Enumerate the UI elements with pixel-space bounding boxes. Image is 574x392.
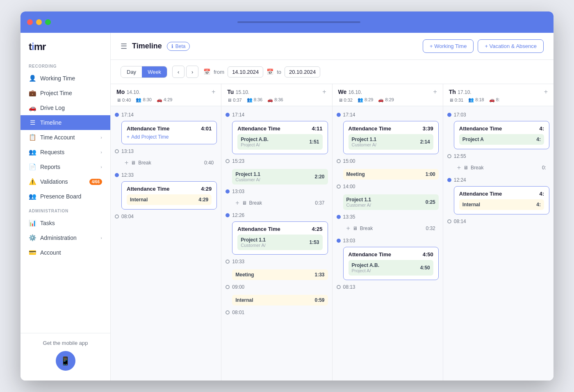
day-col-monday: Mo 14.10. + 🖥 0:40 👥 8:30 🚗 4:29 xyxy=(111,84,221,381)
sub-block-we-2: Project 1.1 Customer A/ 0:25 xyxy=(343,193,439,210)
next-button[interactable]: › xyxy=(186,66,198,78)
stat-screen-tu: 🖥 0:37 xyxy=(227,97,241,103)
project-ab-tu[interactable]: Project A.B. Project A/ 1:51 xyxy=(237,134,322,150)
time-1255-th: 12:55 xyxy=(447,153,549,159)
project-ab-we[interactable]: Project A.B. Project A/ 4:50 xyxy=(348,260,433,276)
project-sub-11-2: Customer A/ xyxy=(241,243,266,248)
stat-screen-we: 🖥 0:32 xyxy=(338,97,353,103)
week-view-button[interactable]: Week xyxy=(142,66,167,77)
sidebar-item-time-account[interactable]: 📋 Time Account › xyxy=(20,130,110,145)
sidebar-label-validations: Validations xyxy=(40,178,68,185)
break-plus-tu[interactable]: + xyxy=(235,199,239,207)
beta-label: Beta xyxy=(175,43,186,49)
sidebar-label-working-time: Working Time xyxy=(40,75,75,82)
day-view-button[interactable]: Day xyxy=(121,66,142,77)
add-monday-button[interactable]: + xyxy=(212,88,215,96)
sidebar-item-presence-board[interactable]: 👥 Presence Board xyxy=(20,189,110,204)
account-icon: 💳 xyxy=(29,249,36,256)
add-tuesday-button[interactable]: + xyxy=(322,88,326,96)
sidebar-label-reports: Reports xyxy=(40,164,60,170)
to-date[interactable]: 20.10.2024 xyxy=(285,66,320,77)
attendance-title-tu-1: Attendance Time xyxy=(237,125,280,132)
break-plus-icon[interactable]: + xyxy=(125,159,128,166)
project-11-tu-1[interactable]: Project 1.1 Customer A/ 2:20 xyxy=(232,169,328,185)
project-meeting-dur-we: 1:00 xyxy=(426,171,435,177)
add-project-link[interactable]: + Add Project Time xyxy=(127,134,212,140)
working-time-button[interactable]: + Working Time xyxy=(423,39,474,53)
report-icon: 📄 xyxy=(29,163,36,171)
prev-button[interactable]: ‹ xyxy=(172,66,184,78)
time-1714-tu: 17:14 xyxy=(226,112,328,118)
project-name-a-th: Project A xyxy=(462,137,484,142)
project-name-11: Project 1.1 xyxy=(235,171,260,177)
sidebar-item-timeline[interactable]: ☰ Timeline xyxy=(20,115,110,130)
beta-badge: ℹ Beta xyxy=(167,42,190,51)
attendance-duration-we-2: 4:50 xyxy=(423,251,433,258)
attendance-card-mo-2[interactable]: Attendance Time 4:29 Internal 4:29 xyxy=(121,181,217,210)
tasks-icon: 📊 xyxy=(29,219,36,227)
time-dot-th-3 xyxy=(447,178,451,182)
project-internal-tu[interactable]: Internal 0:59 xyxy=(232,295,328,305)
time-1226-tu: 12:26 xyxy=(226,212,328,218)
sidebar-item-project-time[interactable]: 💼 Project Time xyxy=(20,86,110,100)
sidebar-item-working-time[interactable]: 👤 Working Time xyxy=(20,71,110,86)
attendance-card-mo-1[interactable]: Attendance Time 4:01 + Add Project Time xyxy=(121,121,217,144)
sidebar-item-reports[interactable]: 📄 Reports › xyxy=(20,160,110,174)
project-dur-11: 2:20 xyxy=(314,174,324,180)
break-plus-we[interactable]: + xyxy=(346,225,350,232)
sidebar-item-drive-log[interactable]: 🚗 Drive Log xyxy=(20,100,110,115)
attendance-card-tu-1[interactable]: Attendance Time 4:11 Project A.B. Projec… xyxy=(232,121,328,154)
day-body-thursday: 17:03 Attendance Time 4: Project A xyxy=(443,106,554,381)
maximize-dot[interactable] xyxy=(45,19,51,25)
sidebar-label-administration: Administration xyxy=(40,235,77,241)
presence-icon: 👥 xyxy=(29,193,36,200)
vacation-absence-button[interactable]: + Vacation & Absence xyxy=(478,39,544,53)
break-label-we: Break xyxy=(360,226,373,231)
project-name-11-2: Project 1.1 xyxy=(241,237,266,243)
attendance-card-tu-2[interactable]: Attendance Time 4:25 Project 1.1 Custome… xyxy=(232,221,328,255)
chevron-right-icon-4: › xyxy=(100,235,102,240)
project-11-tu-2[interactable]: Project 1.1 Customer A/ 1:53 xyxy=(237,235,322,250)
sidebar-item-requests[interactable]: 👥 Requests › xyxy=(20,145,110,160)
mobile-app-icon[interactable]: 📱 xyxy=(56,351,75,371)
project-sub-ab-we: Project A/ xyxy=(352,268,380,273)
break-label: Break xyxy=(138,160,151,166)
attendance-card-we-2[interactable]: Attendance Time 4:50 Project A.B. Projec… xyxy=(343,247,439,280)
day-name-thursday: Th xyxy=(449,89,456,95)
add-wednesday-button[interactable]: + xyxy=(433,88,437,96)
project-internal-mo[interactable]: Internal 4:29 xyxy=(127,194,212,205)
break-label-tu: Break xyxy=(249,200,262,206)
time-dot-we-6 xyxy=(337,285,341,289)
day-stats-monday: 🖥 0:40 👥 8:30 🚗 4:29 xyxy=(116,97,215,103)
sidebar-label-requests: Requests xyxy=(40,149,64,155)
project-a-th[interactable]: Project A 4: xyxy=(459,134,544,145)
attendance-card-th-1[interactable]: Attendance Time 4: Project A 4: xyxy=(454,121,549,149)
project-11-we-2[interactable]: Project 1.1 Customer A/ 0:25 xyxy=(343,194,439,210)
close-dot[interactable] xyxy=(27,19,33,25)
sidebar-item-validations[interactable]: ⚠️ Validations 4/66 xyxy=(20,174,110,189)
project-11-we-1[interactable]: Project 1.1 Customer A/ 2:14 xyxy=(348,134,433,150)
sidebar-item-administration[interactable]: ⚙️ Administration › xyxy=(20,230,110,245)
break-plus-th[interactable]: + xyxy=(457,164,461,171)
project-meeting-we[interactable]: Meeting 1:00 xyxy=(343,169,439,180)
from-date[interactable]: 14.10.2024 xyxy=(228,66,263,77)
time-1714-we: 17:14 xyxy=(337,112,439,118)
sidebar-item-tasks[interactable]: 📊 Tasks xyxy=(20,216,110,230)
break-screen-icon-we: 🖥 xyxy=(353,226,358,231)
time-dot-gray xyxy=(115,149,119,153)
time-text-tu-1: 17:14 xyxy=(232,112,244,118)
day-stats-tuesday: 🖥 0:37 👥 8:36 🚗 8:36 xyxy=(227,97,326,103)
minimize-dot[interactable] xyxy=(36,19,42,25)
attendance-card-we-1[interactable]: Attendance Time 3:39 Project 1.1 Custome… xyxy=(343,121,439,154)
break-duration-we: 0:32 xyxy=(426,226,435,231)
attendance-card-th-2[interactable]: Attendance Time 4: Internal 4: xyxy=(454,186,549,214)
add-thursday-button[interactable]: + xyxy=(544,88,548,96)
sidebar-item-account[interactable]: 💳 Account xyxy=(20,245,110,260)
time-text-tu-7: 08:01 xyxy=(232,310,244,315)
day-header-wednesday: We 16.10. + 🖥 0:32 👥 8:29 🚗 8:29 xyxy=(333,84,443,106)
sidebar-label-timeline: Timeline xyxy=(40,119,61,126)
project-meeting-tu[interactable]: Meeting 1:33 xyxy=(232,269,328,280)
time-text-tu-5: 10:33 xyxy=(232,259,244,264)
project-internal-th[interactable]: Internal 4: xyxy=(459,199,544,210)
project-sub-we-2: Customer A/ xyxy=(346,203,371,207)
